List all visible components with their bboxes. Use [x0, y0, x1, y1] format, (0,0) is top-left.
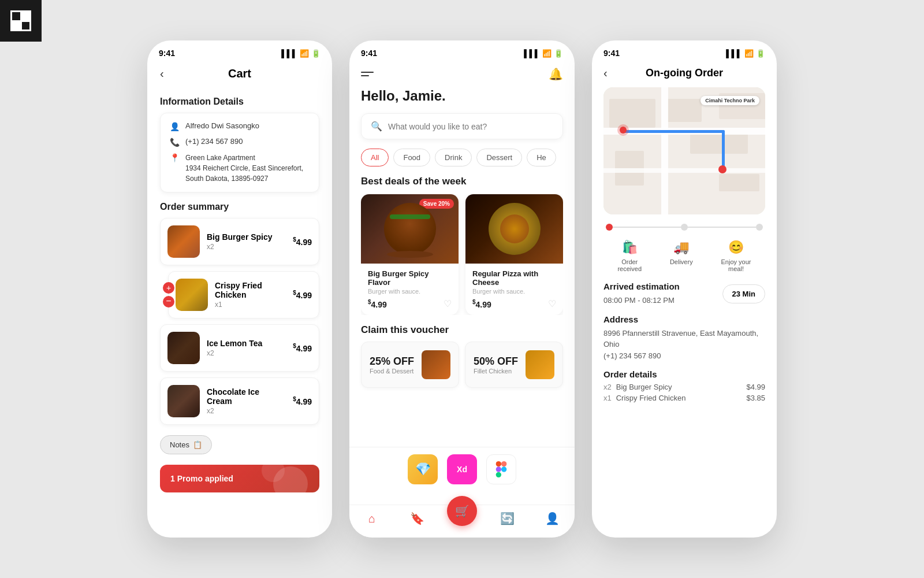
filter-tab-drink[interactable]: Drink [435, 149, 472, 166]
search-bar[interactable]: 🔍 [361, 113, 563, 139]
step-dot-3 [756, 224, 763, 231]
deal-image-burger: Save 20% [361, 194, 459, 264]
notification-bell-icon[interactable]: 🔔 [549, 67, 563, 81]
wifi-icon: 📶 [744, 49, 754, 58]
menu-button[interactable] [361, 72, 374, 76]
status-bar-center: 9:41 ▌▌▌ 📶 🔋 [349, 40, 575, 62]
svg-rect-1 [501, 461, 506, 466]
user-address: Green Lake Apartment 1934 Reichert Circl… [185, 153, 310, 184]
favorite-button[interactable]: ♡ [548, 298, 556, 309]
cart-screen: 9:41 ▌▌▌ 📶 🔋 ‹ Cart Information Details … [147, 40, 332, 538]
step-order-received: 🛍️ Order received [617, 240, 642, 272]
address-value: 8996 Pfannerstill Stravenue, East Mayamo… [603, 328, 765, 362]
hamburger-line [361, 75, 369, 76]
item-name: Crispy Fried Chicken [215, 281, 286, 299]
signal-icon: ▌▌▌ [281, 49, 297, 58]
nav-cart[interactable]: 🛒 [439, 511, 485, 526]
bottom-nav: ⌂ 🔖 🛒 🔄 👤 [349, 505, 575, 538]
step-line-1 [613, 227, 681, 228]
logo [0, 0, 42, 42]
nav-history[interactable]: 🔄 [485, 511, 530, 526]
back-button[interactable]: ‹ [160, 67, 164, 80]
search-input[interactable] [388, 122, 553, 131]
item-name: Chocolate Ice Cream [207, 387, 286, 406]
svg-point-4 [501, 466, 506, 472]
qty-increase[interactable]: + [163, 282, 174, 294]
order-qty-2: x1 [603, 394, 612, 402]
sketch-app-icon[interactable]: 💎 [408, 454, 438, 484]
cart-icon: 🛒 [455, 504, 470, 518]
order-item: Ice Lemon Tea x2 $4.99 [160, 324, 319, 372]
battery-icon: 🔋 [311, 49, 321, 58]
deal-sub: Burger with sauce. [368, 288, 452, 295]
delivery-icon: 🚚 [673, 240, 689, 255]
arrived-label: Arrived estimation [603, 281, 680, 291]
favorite-button[interactable]: ♡ [444, 298, 452, 309]
item-image-tea [167, 332, 200, 364]
filter-tab-he[interactable]: He [527, 149, 556, 166]
cart-fab-button[interactable]: 🛒 [447, 496, 477, 526]
order-detail-row: x1 Crispy Fried Chicken $3.85 [603, 394, 765, 402]
item-price: $4.99 [293, 343, 312, 353]
item-qty: x1 [215, 301, 286, 309]
figma-app-icon[interactable] [486, 454, 516, 484]
status-icons-right: ▌▌▌ 📶 🔋 [726, 49, 765, 58]
cart-content: ‹ Cart Information Details 👤 Alfredo Dwi… [147, 62, 332, 531]
cart-title: Cart [228, 67, 251, 80]
address-section: Address 8996 Pfannerstill Stravenue, Eas… [603, 314, 765, 362]
user-phone: (+1) 234 567 890 [185, 137, 243, 146]
nav-profile[interactable]: 👤 [530, 511, 575, 526]
voucher-card[interactable]: 25% OFF Food & Dessert [361, 342, 459, 388]
promo-bar[interactable]: 1 Promo applied [160, 465, 319, 492]
filter-tab-food[interactable]: Food [393, 149, 430, 166]
voucher-pct: 25% OFF [370, 355, 416, 368]
search-icon: 🔍 [371, 121, 382, 132]
status-bar-left: 9:41 ▌▌▌ 📶 🔋 [147, 40, 332, 62]
back-button[interactable]: ‹ [603, 66, 608, 80]
item-qty: x2 [207, 243, 286, 251]
steps-labels: 🛍️ Order received 🚚 Delivery 😊 Enjoy you… [603, 240, 765, 272]
status-time-left: 9:41 [159, 49, 175, 58]
wifi-icon: 📶 [300, 49, 309, 58]
notes-button[interactable]: Notes 📋 [160, 435, 212, 454]
deal-bottom: $4.99 ♡ [472, 298, 556, 309]
item-info: Big Burger Spicy x2 [207, 232, 286, 251]
deals-title: Best deals of the week [361, 176, 563, 187]
voucher-card[interactable]: 50% OFF Fillet Chicken [465, 342, 563, 388]
bookmark-icon: 🔖 [410, 512, 424, 525]
step-dot-1 [606, 224, 613, 231]
nav-home[interactable]: ⌂ [349, 511, 394, 526]
item-info: Chocolate Ice Cream x2 [207, 387, 286, 415]
person-icon: 👤 [170, 122, 180, 131]
item-name: Ice Lemon Tea [207, 339, 286, 348]
user-address-row: 📍 Green Lake Apartment 1934 Reichert Cir… [170, 153, 310, 184]
step-dot-2 [681, 224, 688, 231]
order-item-name-2: Crispy Fried Chicken [616, 394, 747, 402]
battery-icon: 🔋 [756, 49, 765, 58]
step-label-2: Delivery [670, 258, 693, 265]
voucher-title: Claim this voucher [361, 324, 563, 336]
signal-icon: ▌▌▌ [726, 49, 742, 58]
xd-app-icon[interactable]: Xd [447, 454, 477, 484]
item-qty: x2 [207, 407, 286, 415]
nav-bookmark[interactable]: 🔖 [394, 511, 439, 526]
deal-card: Regular Pizza with Cheese Burger with sa… [465, 194, 563, 315]
filter-tab-all[interactable]: All [361, 149, 389, 166]
figma-logo-icon [493, 461, 509, 477]
qty-decrease[interactable]: − [163, 296, 174, 307]
map-location-label: Cimahi Techno Park [701, 96, 759, 105]
order-section-title: Order summary [160, 202, 319, 212]
address-label: Address [603, 314, 765, 324]
step-line-2 [688, 227, 756, 228]
home-topbar: 🔔 [361, 62, 563, 88]
phone-icon: 📞 [170, 138, 180, 147]
ongoing-order-screen: 9:41 ▌▌▌ 📶 🔋 ‹ On-going Order [592, 40, 777, 538]
item-name: Big Burger Spicy [207, 232, 286, 242]
filter-tab-dessert[interactable]: Dessert [476, 149, 522, 166]
status-icons-left: ▌▌▌ 📶 🔋 [281, 49, 321, 58]
voucher-pct: 50% OFF [474, 355, 520, 368]
deal-card: Save 20% Big Burger Spicy Flavor Burger … [361, 194, 459, 315]
info-section-title: Information Details [160, 97, 319, 107]
item-qty: x2 [207, 349, 286, 357]
voucher-desc: Food & Dessert [370, 368, 416, 375]
